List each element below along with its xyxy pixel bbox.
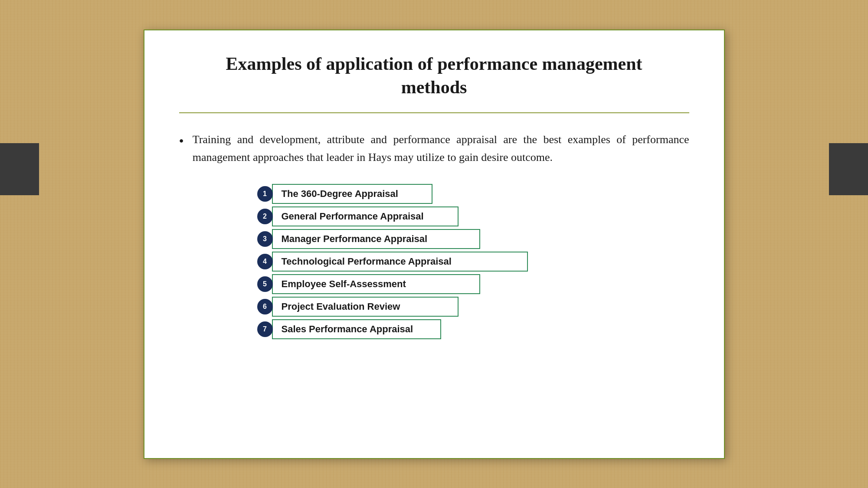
list-diagram: 1 The 360-Degree Appraisal 2 General Per…	[257, 184, 689, 339]
list-item: 5 Employee Self-Assessment	[257, 274, 480, 294]
circle-badge-7: 7	[257, 321, 273, 337]
side-panel-left	[0, 143, 39, 195]
list-item: 7 Sales Performance Appraisal	[257, 319, 441, 339]
slide-container: Examples of application of performance m…	[144, 29, 725, 459]
circle-badge-1: 1	[257, 186, 273, 202]
circle-badge-4: 4	[257, 254, 273, 269]
item-box-6: Project Evaluation Review	[272, 297, 459, 317]
item-box-5: Employee Self-Assessment	[272, 274, 480, 294]
item-box-4: Technological Performance Appraisal	[272, 252, 528, 272]
list-item: 1 The 360-Degree Appraisal	[257, 184, 432, 204]
item-box-1: The 360-Degree Appraisal	[272, 184, 432, 204]
circle-badge-3: 3	[257, 231, 273, 247]
side-panel-right	[829, 143, 868, 195]
divider	[179, 112, 689, 113]
list-item: 2 General Performance Appraisal	[257, 206, 459, 226]
list-item: 3 Manager Performance Appraisal	[257, 229, 480, 249]
circle-badge-2: 2	[257, 209, 273, 224]
list-item: 4 Technological Performance Appraisal	[257, 252, 528, 272]
bullet-section: • Training and development, attribute an…	[179, 131, 689, 167]
item-box-3: Manager Performance Appraisal	[272, 229, 480, 249]
item-box-2: General Performance Appraisal	[272, 206, 459, 226]
circle-badge-5: 5	[257, 276, 273, 292]
bullet-text: Training and development, attribute and …	[193, 131, 689, 167]
circle-badge-6: 6	[257, 299, 273, 314]
list-item: 6 Project Evaluation Review	[257, 297, 459, 317]
item-box-7: Sales Performance Appraisal	[272, 319, 441, 339]
slide-title: Examples of application of performance m…	[179, 52, 689, 99]
bullet-dot: •	[179, 131, 184, 151]
